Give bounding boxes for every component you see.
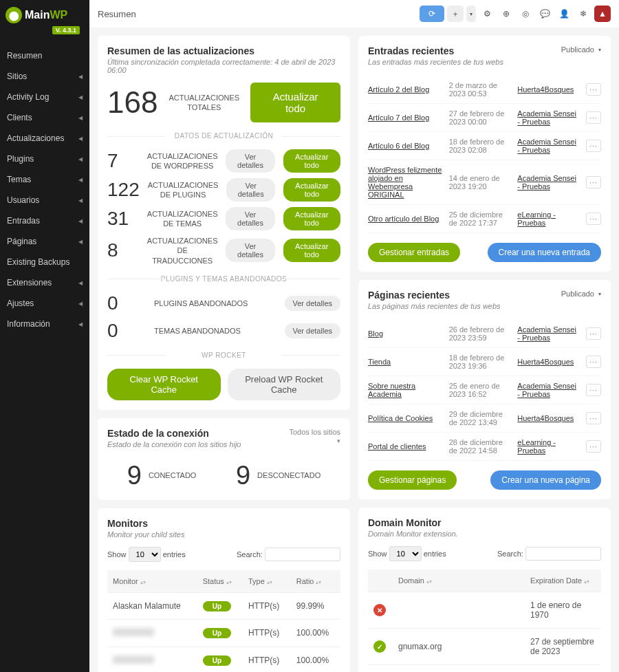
manage-posts-button[interactable]: Gestionar entradas bbox=[368, 243, 460, 262]
entry-site-link[interactable]: Huerta4Bosques bbox=[517, 358, 579, 366]
col-monitor[interactable]: Monitor▴▾ bbox=[107, 570, 197, 593]
entry-title-link[interactable]: WordPress felizmente alojado en Webempre… bbox=[368, 166, 442, 199]
sidebar-item-13[interactable]: Información◀ bbox=[0, 314, 89, 334]
chevron-left-icon: ◀ bbox=[78, 136, 83, 142]
entry-title-link[interactable]: Artículo 7 del Blog bbox=[368, 113, 442, 122]
abandoned-label: TEMAS ABANDONADOS bbox=[154, 326, 276, 336]
create-post-button[interactable]: Crear una nueva entrada bbox=[488, 243, 601, 262]
entry-site-link[interactable]: Academia Sensei - Pruebas bbox=[517, 138, 579, 154]
dm-entries-select[interactable]: 10 bbox=[389, 546, 422, 561]
update-row-button[interactable]: Actualizar todo bbox=[283, 149, 341, 173]
entry-site-link[interactable]: Huerta4Bosques bbox=[517, 85, 579, 94]
globe-icon[interactable]: ⊕ bbox=[498, 6, 514, 22]
view-details-button[interactable]: Ver detalles bbox=[226, 178, 275, 202]
sidebar-item-4[interactable]: Actualizaciones◀ bbox=[0, 128, 89, 149]
update-row-button[interactable]: Actualizar todo bbox=[283, 239, 341, 262]
preload-cache-button[interactable]: Preload WP Rocket Cache bbox=[228, 369, 341, 400]
logo[interactable]: ⬤ MainWP bbox=[6, 7, 84, 23]
entry-title-link[interactable]: Tienda bbox=[368, 358, 442, 366]
view-details-button[interactable]: Ver detalles bbox=[226, 207, 274, 230]
search-input[interactable] bbox=[265, 548, 340, 561]
col-status[interactable]: Status▴▾ bbox=[197, 570, 243, 593]
entry-title-link[interactable]: Artículo 2 del Blog bbox=[368, 85, 442, 94]
entry-site-link[interactable]: Academia Sensei - Pruebas bbox=[517, 325, 579, 342]
add-icon[interactable]: ＋ bbox=[447, 6, 464, 22]
all-sites-select[interactable]: Todos los sitios▾ bbox=[289, 428, 340, 444]
posts-status-select[interactable]: Publicado▾ bbox=[561, 45, 601, 54]
update-row: 7 ACTUALIZACIONES DE WORDPRESS Ver detal… bbox=[107, 149, 340, 173]
sidebar-item-11[interactable]: Extensiones◀ bbox=[0, 272, 89, 293]
clear-cache-button[interactable]: Clear WP Rocket Cache bbox=[107, 369, 221, 400]
entry-menu-button[interactable]: ··· bbox=[586, 356, 601, 368]
view-details-button[interactable]: Ver detalles bbox=[226, 239, 274, 262]
entry-menu-button[interactable]: ··· bbox=[586, 384, 601, 396]
col-type[interactable]: Type▴▾ bbox=[243, 570, 291, 593]
entry-menu-button[interactable]: ··· bbox=[586, 213, 601, 225]
col-ratio[interactable]: Ratio▴▾ bbox=[291, 570, 340, 593]
sidebar-item-5[interactable]: Plugins◀ bbox=[0, 149, 89, 169]
manage-pages-button[interactable]: Gestionar páginas bbox=[368, 470, 457, 490]
updates-card: Resumen de las actualizaciones Última si… bbox=[98, 36, 350, 410]
snow-icon[interactable]: ❄ bbox=[575, 6, 591, 22]
monitor-type: HTTP(s) bbox=[243, 619, 291, 647]
entry-site-link[interactable]: eLearning - Pruebas bbox=[517, 210, 579, 227]
update-row-button[interactable]: Actualizar todo bbox=[283, 178, 340, 202]
entry-title-link[interactable]: Portal de clientes bbox=[368, 442, 442, 451]
entry-site-link[interactable]: Academia Sensei - Pruebas bbox=[517, 109, 579, 126]
abandoned-row: 0 PLUGINS ABANDONADOS Ver detalles bbox=[107, 292, 340, 314]
sidebar-item-2[interactable]: Activity Log◀ bbox=[0, 87, 89, 107]
entry-site-link[interactable]: Academia Sensei - Pruebas bbox=[517, 174, 579, 191]
entry-title-link[interactable]: Blog bbox=[368, 329, 442, 338]
entries-select[interactable]: 10 bbox=[129, 547, 161, 562]
pages-status-select[interactable]: Publicado▾ bbox=[561, 290, 601, 298]
target-icon[interactable]: ◎ bbox=[517, 6, 534, 22]
sidebar-item-3[interactable]: Clients◀ bbox=[0, 107, 89, 128]
abandoned-row: 0 TEMAS ABANDONADOS Ver detalles bbox=[107, 320, 340, 342]
monitor-type: HTTP(s) bbox=[243, 592, 291, 619]
entry-title-link[interactable]: Política de Cookies bbox=[368, 414, 442, 422]
nav-label: Resumen bbox=[7, 51, 42, 61]
sidebar-item-9[interactable]: Páginas◀ bbox=[0, 231, 89, 252]
sidebar-item-8[interactable]: Entradas◀ bbox=[0, 210, 89, 231]
view-details-button[interactable]: Ver detalles bbox=[285, 323, 340, 338]
gear-icon[interactable]: ⚙ bbox=[479, 6, 495, 22]
entry-menu-button[interactable]: ··· bbox=[586, 111, 601, 124]
version-badge: V. 4.3.1 bbox=[52, 26, 80, 34]
alert-icon[interactable]: ▲ bbox=[594, 6, 611, 22]
sidebar-item-7[interactable]: Usuarios◀ bbox=[0, 190, 89, 210]
domain-name: WORDPRESSTEMPORAL,COM bbox=[393, 665, 525, 673]
dm-search-input[interactable] bbox=[525, 547, 601, 561]
entry-title-link[interactable]: Otro artículo del Blog bbox=[368, 215, 442, 223]
entry-site-link[interactable]: Huerta4Bosques bbox=[517, 414, 579, 422]
sidebar-item-1[interactable]: Sitios◀ bbox=[0, 66, 89, 87]
entry-menu-button[interactable]: ··· bbox=[586, 83, 601, 96]
user-icon[interactable]: 👤 bbox=[556, 6, 572, 22]
sidebar-item-10[interactable]: Existing Backups bbox=[0, 252, 89, 272]
add-caret-icon[interactable]: ▾ bbox=[466, 6, 476, 22]
sidebar-item-0[interactable]: Resumen bbox=[0, 45, 89, 66]
sidebar-item-6[interactable]: Temas◀ bbox=[0, 169, 89, 190]
entry-site-link[interactable]: Academia Sensei - Pruebas bbox=[517, 382, 579, 398]
nav-label: Entradas bbox=[7, 216, 40, 226]
chevron-left-icon: ◀ bbox=[78, 197, 83, 204]
view-details-button[interactable]: Ver detalles bbox=[285, 296, 340, 311]
chat-icon[interactable]: 💬 bbox=[536, 6, 553, 22]
entry-site-link[interactable]: eLearning - Pruebas bbox=[517, 438, 579, 455]
update-row-button[interactable]: Actualizar todo bbox=[283, 207, 341, 230]
col-domain[interactable]: Domain▴▾ bbox=[393, 570, 525, 592]
entry-date: 25 de diciembre de 2022 17:37 bbox=[449, 210, 511, 227]
dm-entries-label: entries bbox=[424, 550, 446, 558]
view-details-button[interactable]: Ver detalles bbox=[226, 149, 274, 173]
entry-title-link[interactable]: Sobre nuestra Academia bbox=[368, 382, 442, 398]
entry-menu-button[interactable]: ··· bbox=[586, 440, 601, 453]
entry-menu-button[interactable]: ··· bbox=[586, 327, 601, 340]
update-all-button[interactable]: Actualizar todo bbox=[250, 83, 340, 122]
entry-menu-button[interactable]: ··· bbox=[586, 412, 601, 424]
sync-icon[interactable]: ⟳ bbox=[420, 6, 444, 22]
sidebar-item-12[interactable]: Ajustes◀ bbox=[0, 293, 89, 314]
create-page-button[interactable]: Crear una nueva página bbox=[490, 470, 601, 490]
entry-menu-button[interactable]: ··· bbox=[586, 140, 601, 152]
col-expiration[interactable]: Expiration Date▴▾ bbox=[525, 570, 601, 592]
entry-title-link[interactable]: Artículo 6 del Blog bbox=[368, 142, 442, 150]
entry-menu-button[interactable]: ··· bbox=[586, 176, 601, 188]
